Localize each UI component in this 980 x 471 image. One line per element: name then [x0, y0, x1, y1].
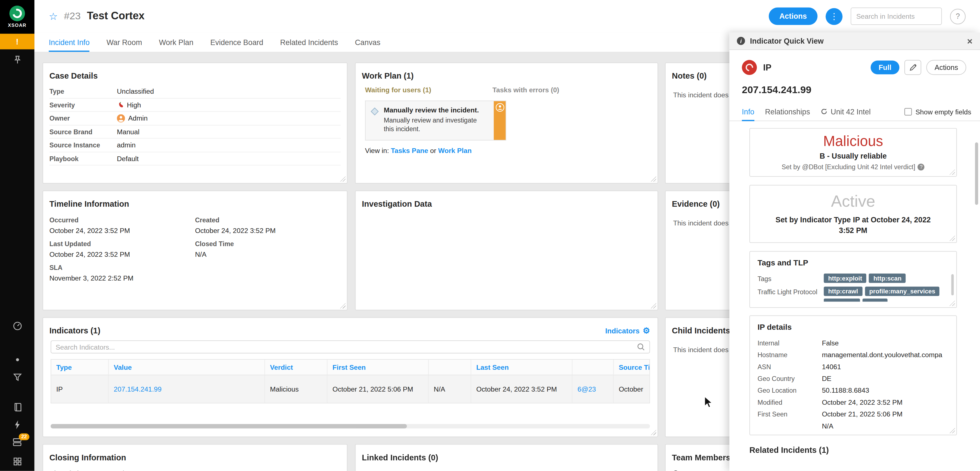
help-icon: ?: [956, 12, 960, 21]
apps-grid-icon[interactable]: [0, 457, 35, 466]
system-warning-button[interactable]: !: [0, 34, 35, 49]
detail-row: ModifiedOctober 24, 2022 3:52 PM: [757, 396, 949, 408]
indicators-search-input[interactable]: [56, 343, 637, 351]
actions-button[interactable]: Actions: [768, 8, 818, 25]
tab-evidence-board[interactable]: Evidence Board: [210, 32, 263, 52]
tlp-badge[interactable]: profile:many_services: [865, 287, 940, 296]
column-type[interactable]: Type: [51, 360, 108, 375]
quick-view-header: i Indicator Quick View ×: [729, 32, 980, 50]
tab-war-room[interactable]: War Room: [107, 32, 142, 52]
tab-work-plan[interactable]: Work Plan: [159, 32, 193, 52]
tab-info[interactable]: Info: [742, 102, 754, 121]
resize-grip[interactable]: [950, 300, 955, 306]
resize-grip[interactable]: [340, 176, 346, 182]
edit-button[interactable]: [904, 60, 921, 75]
tag-badge[interactable]: http:scan: [869, 274, 906, 283]
waiting-for-users-tab[interactable]: Waiting for users (1): [365, 86, 431, 94]
resize-grip[interactable]: [651, 176, 656, 182]
indicators-search-box: [51, 340, 650, 354]
indicators-link[interactable]: Indicators ⚙: [605, 326, 650, 335]
timeline-sla: SLA November 3, 2022 2:52 PM: [49, 263, 195, 282]
column-first-seen[interactable]: First Seen: [328, 360, 429, 375]
resize-grip[interactable]: [950, 236, 955, 241]
tasks-with-errors-tab[interactable]: Tasks with errors (0): [492, 86, 559, 94]
section-title: Tags and TLP: [750, 252, 956, 267]
target-icon[interactable]: [0, 356, 35, 363]
linked-incidents-empty-text: This incident isn't linked to any other …: [355, 466, 657, 471]
related-incident-link[interactable]: 6@23: [578, 385, 596, 393]
indicator-value-link[interactable]: 207.154.241.99: [114, 385, 162, 393]
indicators-table: Type Value Verdict First Seen Last Seen …: [51, 359, 650, 404]
tab-canvas[interactable]: Canvas: [355, 32, 380, 52]
tlp-badge[interactable]: http:crawl: [824, 287, 862, 296]
resize-grip[interactable]: [950, 428, 955, 433]
search-icon: [637, 343, 645, 351]
tags-scrollbar[interactable]: [951, 274, 954, 295]
tasks-pane-link[interactable]: Tasks Pane: [391, 147, 428, 154]
tab-incident-info[interactable]: Incident Info: [49, 32, 89, 52]
incident-search-input[interactable]: [856, 13, 936, 20]
full-view-button[interactable]: Full: [870, 61, 900, 75]
field-row: Severity High: [49, 98, 340, 112]
ip-details-card: IP details InternalFalse Hostnamemanagem…: [749, 316, 957, 436]
resize-grip[interactable]: [651, 430, 656, 435]
more-options-button[interactable]: ⋮: [826, 8, 843, 25]
filter-icon[interactable]: [0, 372, 35, 382]
dashboard-gauge-icon[interactable]: [0, 321, 35, 331]
xsoar-logo-button[interactable]: XSOAR: [0, 0, 35, 34]
indicator-table-row[interactable]: IP 207.154.241.99 Malicious October 21, …: [51, 375, 649, 403]
column-expiration[interactable]: [429, 360, 471, 375]
column-source-time[interactable]: Source Ti: [614, 360, 649, 375]
show-empty-fields-checkbox[interactable]: [904, 108, 912, 115]
case-details-card: Case Details TypeUnclassified Severity H…: [43, 62, 348, 184]
incident-header: ☆ #23 Test Cortex Actions ⋮ ?: [35, 0, 980, 32]
detail-row: Geo CountryDE: [757, 372, 949, 384]
help-icon[interactable]: ?: [918, 163, 925, 170]
tab-unit42-intel[interactable]: Unit 42 Intel: [821, 102, 871, 121]
warning-icon: !: [16, 37, 19, 46]
reliability-text: B - Usually reliable: [750, 152, 956, 160]
detail-row: First SeenOctober 21, 2022 5:06 PM: [757, 408, 949, 420]
help-button[interactable]: ?: [950, 8, 966, 24]
resize-grip[interactable]: [340, 303, 346, 309]
assignee-person-icon: [495, 103, 504, 112]
resize-grip[interactable]: [651, 303, 656, 309]
work-plan-link[interactable]: Work Plan: [438, 147, 472, 154]
cell-source-time: October: [614, 375, 649, 403]
field-row: Owner Admin: [49, 112, 340, 125]
card-title: Work Plan (1): [355, 63, 657, 85]
column-related[interactable]: [573, 360, 614, 375]
task-card[interactable]: Manually review the incident. Manually r…: [365, 100, 506, 140]
favorite-star-icon[interactable]: ☆: [49, 10, 58, 22]
playbooks-book-icon[interactable]: [0, 402, 35, 412]
show-empty-fields-toggle[interactable]: Show empty fields: [904, 108, 971, 115]
card-title: Indicators (1): [49, 326, 100, 335]
horizontal-scrollbar-thumb[interactable]: [51, 424, 407, 428]
tab-relationships[interactable]: Relationships: [765, 102, 810, 121]
cell-last-seen: October 24, 2022 3:52 PM: [471, 375, 573, 403]
tag-badge[interactable]: http:exploit: [824, 274, 867, 283]
quick-view-scrollbar[interactable]: [975, 142, 978, 205]
incidents-stack-icon[interactable]: 22: [0, 437, 35, 450]
horizontal-scrollbar[interactable]: [51, 424, 650, 428]
close-icon[interactable]: ×: [967, 36, 973, 46]
quick-view-body: Malicious B - Usually reliable Set by @D…: [729, 121, 980, 471]
field-row: Source BrandManual: [49, 125, 340, 139]
column-verdict[interactable]: Verdict: [265, 360, 328, 375]
indicators-card: Indicators (1) Indicators ⚙ Type Value V…: [43, 317, 658, 437]
linked-incidents-card: Linked Incidents (0) This incident isn't…: [355, 444, 658, 471]
expiration-source-text: Set by Indicator Type IP at October 24, …: [775, 215, 931, 236]
verdict-value: Malicious: [750, 133, 956, 150]
verdict-source-text: Set by @DBot [Excluding Unit 42 Intel ve…: [781, 163, 915, 171]
pin-icon[interactable]: [0, 55, 35, 65]
automation-bolt-icon[interactable]: [0, 420, 35, 430]
verdict-card: Malicious B - Usually reliable Set by @D…: [749, 128, 957, 177]
column-last-seen[interactable]: Last Seen: [471, 360, 573, 375]
indicator-type-label: IP: [763, 62, 772, 73]
timeline-closed: Closed Time N/A: [195, 240, 340, 258]
indicator-actions-button[interactable]: Actions: [926, 60, 966, 75]
tab-related-incidents[interactable]: Related Incidents: [280, 32, 338, 52]
column-value[interactable]: Value: [109, 360, 265, 375]
owner-avatar: [117, 114, 125, 122]
gear-icon[interactable]: ⚙: [643, 326, 650, 335]
